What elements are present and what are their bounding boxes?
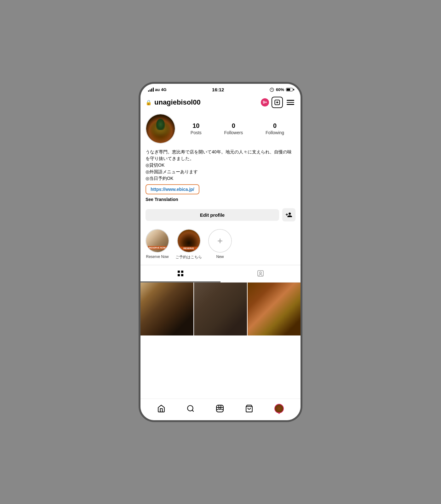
profile-content: 🔒 unagiebisol00 9+ [140, 94, 301, 398]
grid-item-2[interactable] [194, 283, 247, 335]
time-display: 16:12 [212, 87, 224, 92]
grid-item-1[interactable] [140, 283, 193, 335]
highlight-image-2: RESERVE [178, 230, 200, 252]
profile-nav-avatar [274, 404, 284, 413]
svg-line-11 [192, 410, 194, 412]
nav-shop-button[interactable] [243, 403, 255, 415]
stats-container: 10 Posts 0 Followers 0 Following [179, 122, 295, 135]
status-right: 60% [270, 87, 293, 92]
posts-stat[interactable]: 10 Posts [191, 122, 202, 135]
highlight-item-yoyaku[interactable]: RESERVE ご予約はこちら [175, 229, 202, 260]
highlight-label-1: Reserve Now [146, 255, 169, 259]
carrier-label: au [155, 87, 160, 92]
rotate-icon [270, 88, 274, 92]
signal-bar-2 [150, 89, 151, 92]
following-stat[interactable]: 0 Following [266, 122, 284, 135]
edit-section: Edit profile [140, 206, 301, 226]
home-icon [157, 404, 165, 413]
phone-frame: au 4G 16:12 60% 🔒 unagiebisol00 9+ [139, 82, 302, 422]
network-label: 4G [161, 87, 166, 92]
svg-rect-12 [216, 405, 223, 412]
battery-percent: 60% [276, 87, 284, 92]
edit-profile-button[interactable]: Edit profile [146, 209, 279, 221]
grid-image-1 [140, 283, 193, 335]
nav-reels-button[interactable] [214, 403, 226, 415]
profile-stats: 10 Posts 0 Followers 0 Following [140, 111, 301, 149]
highlights-section: RESERVE NOW Reserve Now RESERVE ご予約はこちら … [140, 226, 301, 265]
highlight-label-2: ご予約はこちら [175, 255, 202, 260]
photo-grid [140, 283, 301, 335]
highlight-circle-2: RESERVE [177, 229, 201, 253]
svg-point-10 [187, 405, 193, 411]
tab-grid[interactable] [140, 265, 220, 282]
bio-link[interactable]: https://www.ebica.jp/ [146, 184, 199, 194]
svg-rect-6 [178, 274, 180, 276]
followers-label: Followers [224, 130, 243, 135]
grid-image-3 [248, 283, 301, 335]
bio-text: うなぎ専門。恵比寿で店を開いて40年。地元の人々に支えられ、自慢の味を守り抜いて… [146, 149, 295, 182]
nav-profile-button[interactable] [272, 402, 286, 415]
svg-rect-4 [178, 271, 180, 273]
bio-section: うなぎ専門。恵比寿で店を開いて40年。地元の人々に支えられ、自慢の味を守り抜いて… [140, 149, 301, 206]
battery-icon [286, 88, 293, 91]
menu-button[interactable] [285, 99, 295, 106]
grid-icon [177, 270, 184, 277]
status-bar: au 4G 16:12 60% [140, 84, 301, 94]
person-tag-icon [257, 270, 264, 277]
avatar-image [146, 114, 175, 143]
signal-bar-1 [148, 90, 149, 92]
see-translation-button[interactable]: See Translation [146, 197, 295, 202]
svg-point-9 [260, 272, 261, 274]
following-count: 0 [273, 122, 277, 129]
highlight-circle-1: RESERVE NOW [146, 229, 169, 253]
posts-label: Posts [191, 130, 202, 135]
svg-rect-5 [181, 271, 183, 273]
add-friend-button[interactable] [282, 208, 295, 221]
highlight-image-1: RESERVE NOW [146, 230, 169, 252]
posts-count: 10 [192, 122, 199, 129]
reels-icon [216, 404, 224, 413]
highlight-circle-new: + [208, 229, 232, 253]
grid-image-2 [194, 283, 247, 335]
highlight-label-new: New [216, 255, 224, 259]
highlight-item-reserve-now[interactable]: RESERVE NOW Reserve Now [146, 229, 169, 260]
notification-badge[interactable]: 9+ [261, 98, 269, 106]
status-left: au 4G [148, 87, 167, 92]
followers-count: 0 [232, 122, 235, 129]
avatar[interactable] [146, 114, 175, 144]
tab-tagged[interactable] [220, 265, 301, 282]
signal-bars [148, 88, 154, 92]
person-add-icon [285, 211, 292, 218]
tab-bar [140, 265, 301, 283]
shop-icon [245, 404, 253, 413]
battery-fill [287, 89, 290, 91]
grid-item-3[interactable] [248, 283, 301, 335]
highlight-item-new[interactable]: + New [208, 229, 232, 260]
search-icon [186, 404, 195, 413]
add-post-button[interactable] [272, 97, 283, 108]
following-label: Following [266, 130, 284, 135]
nav-home-button[interactable] [155, 403, 167, 415]
username-text: unagiebisol00 [154, 98, 258, 106]
hamburger-line-1 [287, 100, 294, 101]
svg-rect-7 [181, 274, 183, 276]
signal-bar-3 [151, 89, 152, 92]
nav-search-button[interactable] [185, 403, 197, 415]
followers-stat[interactable]: 0 Followers [224, 122, 243, 135]
highlight-new-icon: + [209, 230, 231, 252]
profile-header: 🔒 unagiebisol00 9+ [140, 94, 301, 111]
hamburger-line-2 [287, 102, 294, 103]
hamburger-line-3 [287, 104, 294, 105]
signal-bar-4 [153, 88, 154, 92]
bottom-nav [140, 398, 301, 420]
lock-icon: 🔒 [146, 100, 152, 106]
